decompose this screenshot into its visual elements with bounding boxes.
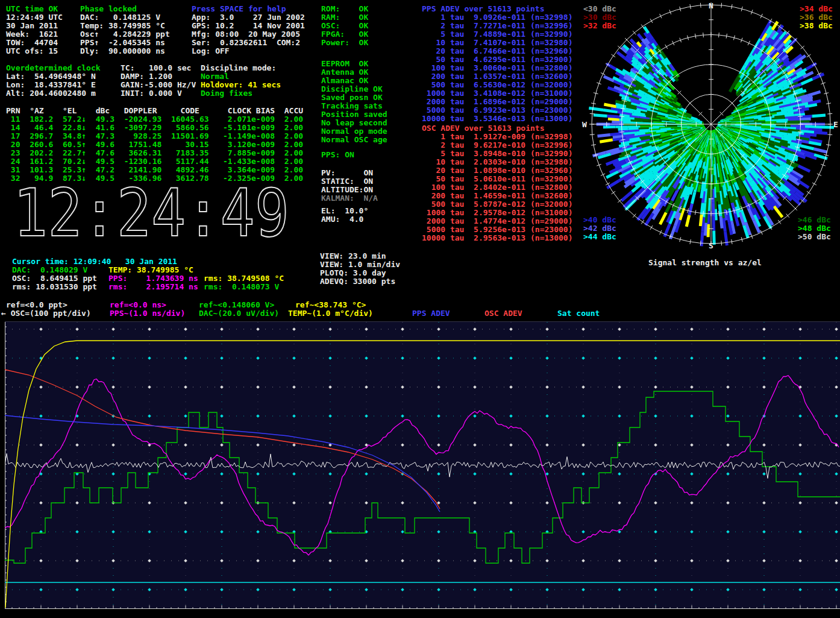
position-block-line: Alt: 204.46002480 m — [6, 89, 96, 98]
gps-status-list-line: Normal op mode — [321, 127, 387, 136]
phase-block-line: Temp: 38.749985 °C — [80, 22, 165, 30]
pps-adev-table-line: 20 tau 6.7466e-011 (n=32960) — [422, 47, 572, 55]
lady-heather-app: 12:24:49 NSWE UTC time OK12:24:49 UTC30 … — [0, 0, 840, 618]
gps-status-list-line: Discipline OK — [321, 85, 383, 93]
osc-adev-table-line: 5000 tau 5.9256e-013 (n=23000) — [422, 225, 572, 234]
pps-adev-table-line: 100 tau 3.0060e-011 (n=32800) — [422, 64, 572, 72]
pps-adev-table-line: 5000 tau 6.9923e-013 (n=23000) — [422, 106, 572, 115]
loop-params-block-line: INIT: 0.000 V — [121, 89, 182, 98]
compass-s: S — [709, 241, 713, 250]
dbc-legend-item: >30 dBc — [583, 13, 616, 22]
cursor-readout: rms: 2.195714 ns — [108, 283, 198, 291]
trace-temp — [5, 341, 840, 608]
utc-block-title: UTC time OK — [6, 5, 58, 13]
el-amu-block-line: AMU: 4.0 — [321, 215, 363, 224]
osc-adev-table-line: 20 tau 1.0898e-010 (n=32960) — [422, 166, 572, 175]
osc-adev-table-line: 10 tau 2.0303e-010 (n=32980) — [422, 158, 572, 166]
pps-adev-table-line: 2 tau 7.7271e-011 (n=32996) — [422, 22, 572, 30]
strip-chart — [5, 322, 840, 609]
mode-list-line: PV: ON — [321, 169, 373, 177]
discipline-block-title: Discipline mode: — [201, 64, 276, 72]
polar-caption: Signal strength vs az/el — [648, 259, 762, 267]
loop-params-block-line: DAMP: 1.200 — [121, 72, 172, 81]
pps-adev-table-line: 10000 tau 3.5346e-013 (n=13000) — [422, 115, 572, 123]
compass-n: N — [709, 1, 713, 10]
phase-block-line: Dly: 90.000000 ns — [80, 47, 165, 55]
dbc-legend-item: >36 dBc — [800, 13, 833, 22]
pps-adev-table-line: 1000 tau 3.4108e-012 (n=31000) — [422, 89, 572, 98]
osc-adev-table-line: 10000 tau 2.9563e-013 (n=13000) — [422, 234, 572, 242]
plot-legend-item: TEMP~(1.0 m°C/div) — [288, 309, 373, 318]
gps-status-list-line: Antenna OK — [321, 68, 368, 77]
mode-list-line: STATIC: ON — [321, 177, 373, 186]
position-block-line: Lat: 54.4964948° N — [6, 72, 96, 81]
dbc-legend-item: >50 dBc — [798, 233, 831, 241]
pps-adev-table-line: 5 tau 7.4889e-011 (n=32990) — [422, 30, 572, 39]
dbc-legend-item: <30 dBc — [583, 5, 616, 13]
sat-table-line: 23 202.2 22.7↑ 47.6 3626.31 7183.35 7.88… — [6, 149, 303, 157]
receiver-status-block-line: ROM: OK — [321, 5, 368, 13]
osc-adev-table-line: 5 tau 3.8948e-010 (n=32990) — [422, 150, 572, 158]
dbc-legend-item: >42 dBc — [583, 224, 616, 233]
plot-axes — [5, 322, 840, 609]
sat-table-line: 31 101.3 25.3↑ 47.2 2141.90 4892.46 3.36… — [6, 166, 303, 174]
osc-adev-table-line: 100 tau 2.8402e-011 (n=32800) — [422, 183, 572, 192]
discipline-block-line: Holdover: 41 secs — [201, 81, 281, 89]
sat-table-line: 32 94.9 87.3↓ 49.5 -336.96 3612.78 -2.32… — [6, 174, 303, 183]
big-clock-digits: 12:24:49 — [13, 183, 289, 244]
polar-signal-plot[interactable]: NSWE — [572, 0, 840, 251]
pps-adev-table-line: 2000 tau 1.6896e-012 (n=29000) — [422, 98, 572, 106]
plot-legend-item: ← OSC=(100 ppt/div) — [1, 309, 91, 318]
sat-table-line: 14 46.4 22.8↓ 41.6 -3097.29 5860.56 -5.1… — [6, 124, 303, 132]
receiver-status-block-line: RAM: OK — [321, 13, 368, 22]
utc-block-line: 12:24:49 UTC — [6, 13, 63, 22]
trace-osc — [5, 453, 840, 478]
sat-table-title: PRN °AZ °EL dBc DOPPLER CODE CLOCK BIAS … — [6, 107, 303, 115]
osc-adev-table-line: 1 tau 1.9127e-009 (n=32998) — [422, 133, 572, 141]
receiver-status-block-line: OSC: OK — [321, 22, 368, 30]
dbc-legend-item: >40 dBc — [583, 216, 616, 224]
gps-status-list-line: Normal OSC age — [321, 136, 387, 144]
gps-status-list-line: EEPROM OK — [321, 60, 368, 68]
dbc-legend-item: >44 dBc — [583, 233, 616, 241]
cursor-readout: DAC: 0.148029 V — [12, 266, 87, 274]
position-block-line: Lon: 18.4337841° E — [6, 81, 96, 89]
pps-adev-table-line: 500 tau 6.5630e-012 (n=32000) — [422, 81, 572, 89]
cursor-readout: TEMP: 38.749985 °C — [108, 266, 193, 274]
osc-adev-table-line: 1000 tau 2.9578e-012 (n=31000) — [422, 209, 572, 217]
big-clock: 12:24:49 — [8, 183, 295, 244]
plot-area[interactable] — [5, 321, 840, 609]
plot-grid — [5, 322, 840, 609]
sat-table-line: 11 182.2 57.2↓ 49.3 -2024.93 16045.63 2.… — [6, 115, 303, 124]
gps-status-list-line: Saved posn OK — [321, 93, 383, 102]
view-block-line: PLOTQ: 3.0 day — [320, 269, 386, 277]
receiver-status-block-line: FPGA: OK — [321, 30, 368, 39]
help-block-line: App: 3.0 27 Jun 2002 — [192, 13, 305, 22]
position-block-title: Overdetermined clock — [6, 64, 101, 72]
cursor-readout: rms: 0.148073 V — [204, 283, 279, 291]
phase-block-line: Osc↑ 4.284229 ppt — [80, 30, 170, 39]
compass-e: E — [833, 120, 838, 129]
cursor-readout: PPS: 1.743639 ns — [108, 274, 198, 283]
help-block-line: Ser: 0.82362611 COM:2 — [192, 39, 300, 47]
dbc-legend-item: >34 dBc — [800, 5, 833, 13]
utc-block-line: UTC ofs: 15 — [6, 47, 58, 55]
dbc-legend-item: >48 dBc — [798, 224, 831, 233]
dbc-legend-item: >46 dBc — [798, 216, 831, 224]
osc-adev-table-line: 50 tau 5.0610e-011 (n=32900) — [422, 175, 572, 183]
gps-status-list-line: Almanac OK — [321, 77, 368, 85]
view-block-line: ADEVQ: 33000 pts — [320, 277, 395, 286]
plot-legend-item: ref~<38.743 °C> — [295, 301, 366, 309]
cursor-time-line: Cursor time: 12:09:40 30 Jan 2011 — [12, 257, 177, 266]
pps-adev-table-line: 10 tau 7.4107e-011 (n=32980) — [422, 39, 572, 47]
view-block-line: VIEW: 23.0 min — [320, 252, 386, 260]
plot-legend-item: OSC ADEV — [484, 309, 522, 318]
polar-signal-map — [589, 21, 834, 247]
pps-state-line-line: PPS: ON — [321, 151, 354, 159]
help-block-line: GPS: 10.2 14 Nov 2001 — [192, 22, 305, 30]
dbc-legend-item: >32 dBc — [583, 22, 616, 30]
gps-status-list-line: No leap second — [321, 119, 387, 127]
plot-legend-item: PPS ADEV — [412, 309, 450, 318]
discipline-block-line: Normal — [201, 72, 229, 81]
utc-block-line: TOW: 44704 — [6, 39, 58, 47]
